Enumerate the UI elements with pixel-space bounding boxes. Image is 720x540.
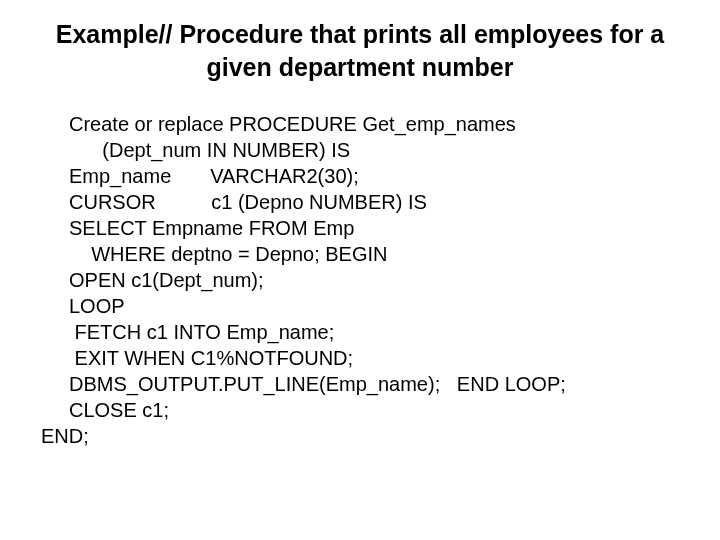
code-line: Create or replace PROCEDURE Get_emp_name…: [69, 111, 665, 137]
slide-title: Example// Procedure that prints all empl…: [55, 18, 665, 83]
code-line: (Dept_num IN NUMBER) IS: [69, 137, 665, 163]
code-line: DBMS_OUTPUT.PUT_LINE(Emp_name); END LOOP…: [69, 371, 665, 397]
slide-content: Example// Procedure that prints all empl…: [0, 0, 720, 479]
code-line-end: END;: [41, 423, 665, 449]
code-line: OPEN c1(Dept_num);: [69, 267, 665, 293]
code-line: CURSOR c1 (Depno NUMBER) IS: [69, 189, 665, 215]
code-line: Emp_name VARCHAR2(30);: [69, 163, 665, 189]
code-line: CLOSE c1;: [69, 397, 665, 423]
code-line: WHERE deptno = Depno; BEGIN: [69, 241, 665, 267]
code-line: FETCH c1 INTO Emp_name;: [69, 319, 665, 345]
code-line: SELECT Empname FROM Emp: [69, 215, 665, 241]
code-line: LOOP: [69, 293, 665, 319]
code-block: Create or replace PROCEDURE Get_emp_name…: [55, 111, 665, 449]
code-line: EXIT WHEN C1%NOTFOUND;: [69, 345, 665, 371]
